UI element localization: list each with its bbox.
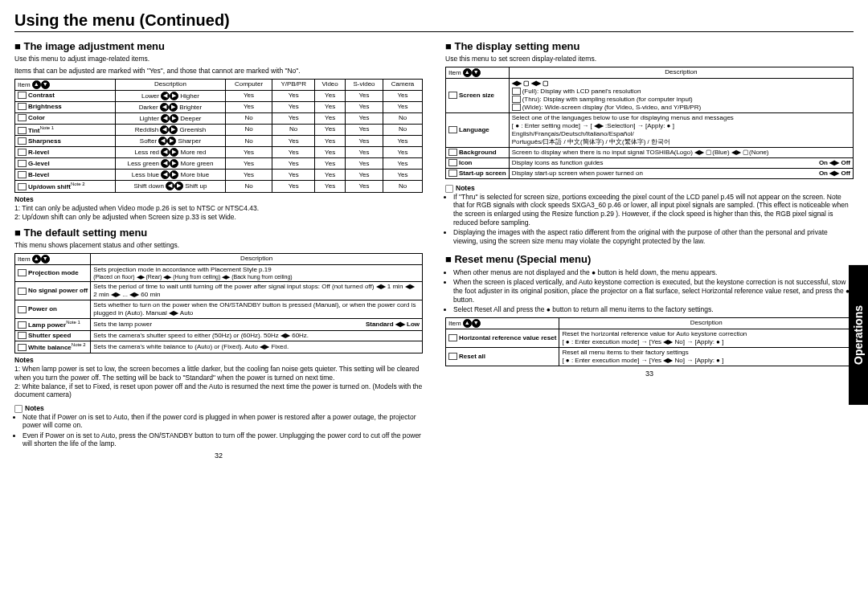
down-icon: ▼ (41, 80, 50, 89)
table-row: IconDisplay icons as function guidesOn ◀… (446, 157, 854, 168)
menu-icon (448, 92, 457, 99)
table-row: G-levelLess green ◀▶ More greenYesYesYes… (15, 158, 423, 170)
table-row: TintNote 1Reddish ◀▶ GreenishNoNoYesYesN… (15, 124, 423, 136)
table-row: LanguageSelect one of the languages belo… (446, 112, 854, 147)
menu-icon (448, 170, 457, 177)
table-row: White balanceNote 2Sets the camera's whi… (15, 341, 423, 353)
menu-icon (18, 332, 27, 339)
menu-icon (18, 92, 27, 99)
dn2: 2: White balance, if set to Fixed, is re… (14, 382, 423, 399)
menu-icon (18, 127, 27, 134)
sec-image-adjust-h: The image adjustment menu (14, 40, 423, 53)
table-row: Reset allReset all menu items to their f… (446, 347, 854, 366)
menu-icon (448, 149, 457, 156)
table-row: Power onSets whether to turn on the powe… (15, 300, 423, 319)
rsec1-intro: Use this menu to set screen display-rela… (445, 55, 854, 63)
rnote2: Displaying the images with the aspect ra… (453, 228, 854, 245)
table-row: B-levelLess blue ◀▶ More blueYesYesYesYe… (15, 170, 423, 181)
table-row: Screen size◀▶ ▢ ◀▶ ▢(Full): Display with… (446, 78, 854, 112)
pwr-note1: Note that if Power on is set to Auto, th… (23, 413, 423, 430)
menu-icon (18, 149, 27, 156)
rnote1: If "Thru" is selected for screen size, p… (453, 193, 854, 227)
rb1: When other menus are not displayed and t… (453, 268, 854, 277)
menu-icon (18, 103, 27, 110)
table-row: SharpnessSofter ◀▶ SharperNoYesYesYesYes (15, 136, 423, 147)
sec-default-h: The default setting menu (14, 227, 423, 239)
table-row: BrightnessDarker ◀▶ BrighterYesYesYesYes… (15, 101, 423, 112)
rnotes-icon-h: Notes (456, 184, 475, 192)
note1: 1: Tint can only be adjusted when Video … (14, 204, 423, 213)
menu-icon (18, 171, 27, 178)
side-tab: Operations (849, 265, 868, 405)
table-row: ContrastLower ◀▶ HigherYesYesYesYesYes (15, 90, 423, 101)
page-num-right: 33 (445, 370, 854, 378)
note2: 2: Up/down shift can only be adjusted wh… (14, 213, 423, 222)
image-adjust-table: Item ▲▼ Description ComputerY/PB/PRVideo… (14, 79, 423, 193)
right-column: The display setting menu Use this menu t… (445, 35, 854, 460)
left-column: The image adjustment menu Use this menu … (14, 35, 423, 460)
menu-icon (18, 321, 27, 329)
reset-table: Item ▲▼Description Horizontal reference … (445, 317, 854, 366)
menu-icon (18, 183, 27, 190)
table-row: R-levelLess red ◀▶ More redYesYesYesYesY… (15, 147, 423, 158)
sec1-intro2: Items that can be adjusted are marked wi… (14, 67, 423, 76)
dn1: 1: When lamp power is set to low, the sc… (14, 365, 423, 382)
default-setting-table: Item ▲▼Description Projection modeSets p… (14, 253, 423, 353)
notes-h2: Notes (14, 356, 423, 365)
notes-h: Notes (14, 195, 423, 204)
menu-icon (448, 353, 457, 360)
pwr-note2: Even if Power on is set to Auto, press t… (23, 431, 423, 448)
page-num-left: 32 (14, 452, 423, 460)
table-row: Horizontal reference value resetReset th… (446, 329, 854, 347)
menu-icon (18, 114, 27, 121)
table-row: BackgroundScreen to display when there i… (446, 147, 854, 157)
menu-icon (18, 344, 27, 351)
table-row: Up/down shiftNote 2Shift down ◀▶ Shift u… (15, 181, 423, 193)
table-row: Shutter speedSets the camera's shutter s… (15, 330, 423, 341)
sec1-intro1: Use this menu to adjust image-related it… (14, 55, 423, 63)
display-setting-table: Item ▲▼Description Screen size◀▶ ▢ ◀▶ ▢(… (445, 67, 854, 179)
table-row: Lamp powerNote 1Sets the lamp powerStand… (15, 319, 423, 331)
menu-icon (448, 334, 457, 341)
table-row: Start-up screenDisplay start-up screen w… (446, 168, 854, 178)
menu-icon (18, 306, 27, 313)
sec-display-h: The display setting menu (445, 40, 854, 53)
menu-icon (18, 269, 27, 276)
note-icon (445, 185, 453, 193)
sec-reset-h: Reset menu (Special menu) (445, 253, 854, 266)
table-row: ColorLighter ◀▶ DeeperNoYesYesYesNo (15, 112, 423, 124)
menu-icon (448, 159, 457, 166)
sec2-intro: This menu shows placement status and oth… (14, 241, 423, 250)
page-title: Using the menu (Continued) (14, 11, 854, 32)
menu-icon (18, 160, 27, 167)
notes-icon-h: Notes (25, 404, 44, 412)
rb3: Select Reset All and press the ● button … (453, 305, 854, 314)
menu-icon (18, 288, 27, 295)
table-row: Projection modeSets projection mode in a… (15, 264, 423, 282)
up-icon: ▲ (32, 80, 41, 89)
menu-icon (448, 126, 457, 133)
note-icon (14, 405, 23, 413)
menu-icon (18, 137, 27, 145)
rb2: When the screen is placed vertically, an… (453, 278, 854, 304)
table-row: No signal power offSets the period of ti… (15, 282, 423, 300)
